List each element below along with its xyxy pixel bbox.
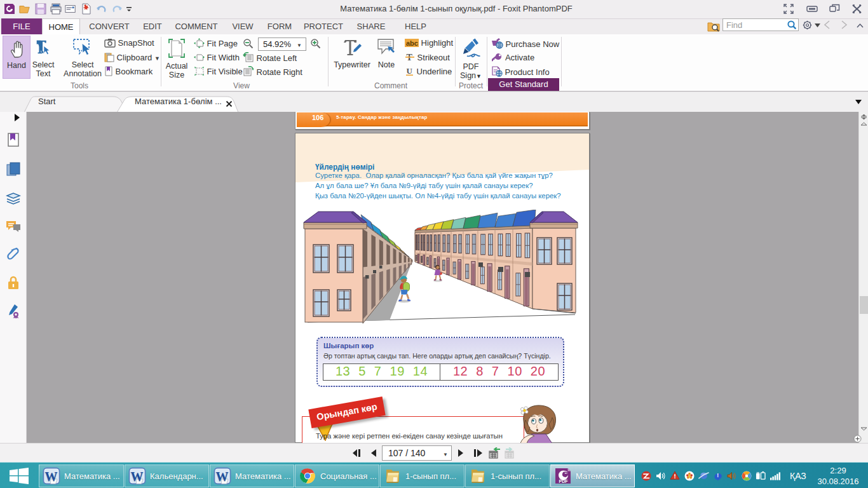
svg-text:PDF: PDF — [559, 479, 569, 484]
svg-text:W: W — [45, 470, 58, 484]
svg-text:!: ! — [717, 472, 719, 478]
svg-text:U: U — [407, 66, 413, 76]
svg-text:abc: abc — [406, 39, 418, 47]
svg-text:W: W — [216, 470, 229, 484]
svg-text:W: W — [131, 470, 144, 484]
